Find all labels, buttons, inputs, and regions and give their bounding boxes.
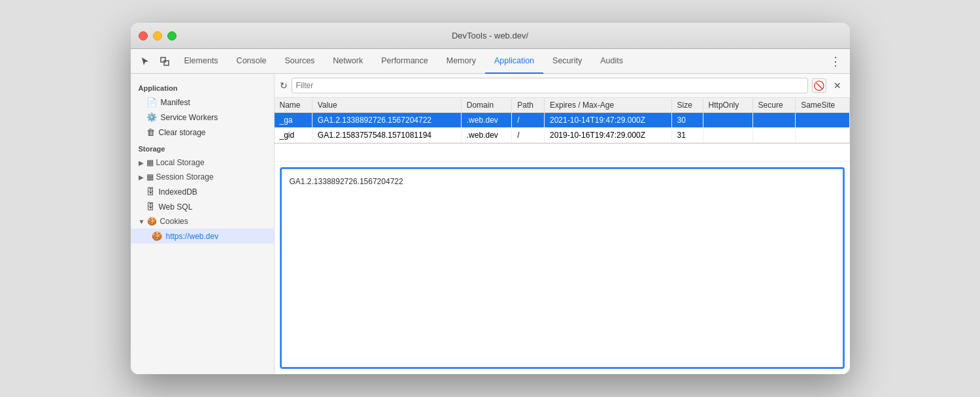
col-header-samesite[interactable]: SameSite <box>796 98 849 113</box>
sidebar-section-storage: Storage <box>131 140 274 155</box>
table-cell-0-6 <box>703 113 752 128</box>
table-header-row: Name Value Domain Path Expires / Max-Age… <box>275 98 850 113</box>
local-storage-icon: ▦ <box>146 158 154 167</box>
cookies-table: Name Value Domain Path Expires / Max-Age… <box>275 98 850 143</box>
cookies-icon: 🍪 <box>147 217 157 226</box>
indexeddb-icon: 🗄 <box>146 187 155 197</box>
clear-storage-icon: 🗑 <box>146 127 155 137</box>
table-cell-1-7 <box>752 128 796 143</box>
table-cell-1-4: 2019-10-16T19:47:29.000Z <box>545 128 671 143</box>
tab-audits[interactable]: Audits <box>591 49 632 74</box>
collapse-icon: ▶ <box>139 159 144 167</box>
table-cell-1-5: 31 <box>671 128 703 143</box>
tab-console[interactable]: Console <box>228 49 276 74</box>
sidebar-item-service-workers[interactable]: ⚙️ Service Workers <box>131 110 274 125</box>
titlebar: DevTools - web.dev/ <box>131 23 850 49</box>
service-workers-icon: ⚙️ <box>146 112 157 122</box>
cookie-detail-panel: GA1.2.1338892726.1567204722 <box>280 167 845 369</box>
manifest-label: Manifest <box>161 98 190 107</box>
clear-storage-label: Clear storage <box>159 128 206 137</box>
sidebar-item-manifest[interactable]: 📄 Manifest <box>131 95 274 110</box>
svg-rect-0 <box>161 57 165 62</box>
sidebar-item-indexeddb[interactable]: 🗄 IndexedDB <box>131 184 274 199</box>
table-cell-0-8 <box>796 113 849 128</box>
minimize-button[interactable] <box>153 31 162 40</box>
cookies-url-label: https://web.dev <box>166 232 219 241</box>
websql-label: Web SQL <box>159 202 193 212</box>
tab-performance[interactable]: Performance <box>372 49 437 74</box>
col-header-httponly[interactable]: HttpOnly <box>703 98 752 113</box>
manifest-icon: 📄 <box>146 97 157 107</box>
filter-clear-button[interactable]: 🚫 <box>812 78 826 93</box>
col-header-name[interactable]: Name <box>275 98 313 113</box>
empty-row <box>275 144 850 162</box>
svg-rect-1 <box>164 61 169 65</box>
table-cell-1-3: / <box>512 128 545 143</box>
tab-toolbar: Elements Console Sources Network Perform… <box>131 49 850 74</box>
cursor-icon[interactable] <box>136 52 154 71</box>
filter-bar: ↻ 🚫 ✕ <box>275 74 850 98</box>
inspect-icon[interactable] <box>156 52 174 71</box>
sidebar-item-local-storage[interactable]: ▶ ▦ Local Storage <box>131 155 274 170</box>
filter-close-button[interactable]: ✕ <box>830 78 845 93</box>
tab-network[interactable]: Network <box>324 49 372 74</box>
close-button[interactable] <box>139 31 148 40</box>
sidebar-item-cookies[interactable]: ▼ 🍪 Cookies <box>131 214 274 229</box>
table-cell-0-4: 2021-10-14T19:47:29.000Z <box>545 113 671 128</box>
collapse-icon-session: ▶ <box>139 174 144 181</box>
table-cell-0-1: GA1.2.1338892726.1567204722 <box>312 113 461 128</box>
websql-icon: 🗄 <box>146 202 155 212</box>
tab-sources[interactable]: Sources <box>275 49 324 74</box>
col-header-size[interactable]: Size <box>671 98 703 113</box>
window-title: DevTools - web.dev/ <box>452 31 528 40</box>
sidebar-item-session-storage[interactable]: ▶ ▦ Session Storage <box>131 170 274 184</box>
sidebar-item-clear-storage[interactable]: 🗑 Clear storage <box>131 125 274 140</box>
col-header-value[interactable]: Value <box>312 98 461 113</box>
main-content: Application 📄 Manifest ⚙️ Service Worker… <box>131 74 850 374</box>
col-header-domain[interactable]: Domain <box>461 98 512 113</box>
table-cell-1-0: _gid <box>275 128 313 143</box>
tab-memory[interactable]: Memory <box>437 49 485 74</box>
tab-elements[interactable]: Elements <box>175 49 228 74</box>
cookies-label: Cookies <box>160 217 188 226</box>
right-panel: ↻ 🚫 ✕ Name Value Domain Path Expires / M… <box>275 74 850 374</box>
tab-security[interactable]: Security <box>543 49 591 74</box>
table-cell-0-7 <box>752 113 796 128</box>
table-cell-0-2: .web.dev <box>461 113 512 128</box>
table-cell-0-5: 30 <box>671 113 703 128</box>
cookies-expand-icon: ▼ <box>139 218 145 225</box>
refresh-button[interactable]: ↻ <box>280 80 288 91</box>
traffic-lights <box>139 31 177 40</box>
table-row[interactable]: _gaGA1.2.1338892726.1567204722.web.dev/2… <box>275 113 850 128</box>
session-storage-icon: ▦ <box>146 172 154 182</box>
devtools-window: DevTools - web.dev/ Elements Console Sou… <box>131 23 850 374</box>
tab-bar: Elements Console Sources Network Perform… <box>175 49 825 74</box>
session-storage-label: Session Storage <box>156 172 214 182</box>
col-header-path[interactable]: Path <box>512 98 545 113</box>
table-cell-1-6 <box>703 128 752 143</box>
table-cell-1-8 <box>796 128 849 143</box>
sidebar-item-websql[interactable]: 🗄 Web SQL <box>131 199 274 214</box>
cookies-url-icon: 🍪 <box>152 231 162 241</box>
table-cell-0-3: / <box>512 113 545 128</box>
col-header-expires[interactable]: Expires / Max-Age <box>545 98 671 113</box>
filter-input[interactable] <box>292 78 808 93</box>
tab-application[interactable]: Application <box>485 49 543 74</box>
col-header-secure[interactable]: Secure <box>752 98 796 113</box>
table-cell-1-2: .web.dev <box>461 128 512 143</box>
cookie-detail-value: GA1.2.1338892726.1567204722 <box>290 177 403 186</box>
maximize-button[interactable] <box>167 31 177 40</box>
service-workers-label: Service Workers <box>161 113 218 122</box>
table-cell-1-1: GA1.2.1583757548.1571081194 <box>312 128 461 143</box>
table-row[interactable]: _gidGA1.2.1583757548.1571081194.web.dev/… <box>275 128 850 143</box>
indexeddb-label: IndexedDB <box>159 187 197 197</box>
sidebar: Application 📄 Manifest ⚙️ Service Worker… <box>131 74 275 374</box>
more-options-button[interactable]: ⋮ <box>826 52 845 71</box>
table-cell-0-0: _ga <box>275 113 313 128</box>
local-storage-label: Local Storage <box>156 158 205 167</box>
sidebar-section-application: Application <box>131 79 274 95</box>
sidebar-item-cookies-url[interactable]: 🍪 https://web.dev <box>131 229 274 244</box>
cookies-table-container: Name Value Domain Path Expires / Max-Age… <box>275 98 850 144</box>
